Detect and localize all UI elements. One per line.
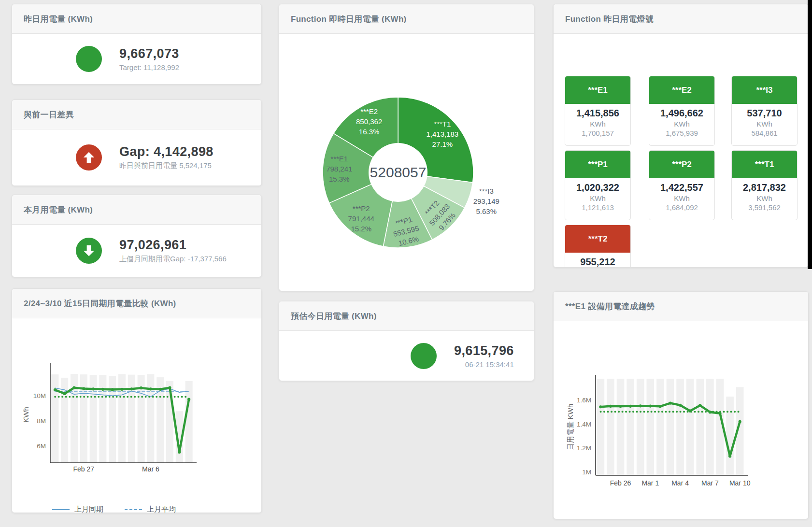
svg-text:16.3%: 16.3% <box>359 128 380 136</box>
card-title: Function 即時日用電量 (KWh) <box>291 14 407 25</box>
light-tile-p2: ***P2 1,422,557KWh1,684,092 <box>649 150 715 220</box>
tile-header: ***E2 <box>649 76 714 104</box>
svg-text:15.3%: 15.3% <box>329 175 350 183</box>
card-title: 本月用電量 (KWh) <box>24 204 93 215</box>
svg-text:5208057: 5208057 <box>370 164 427 180</box>
card-title: 昨日用電量 (KWh) <box>24 14 93 25</box>
stat-sub-label: 昨日與前日用電量 5,524,175 <box>119 161 214 171</box>
card-header: 昨日用電量 (KWh) <box>12 4 261 34</box>
status-circle-icon <box>411 343 437 369</box>
legend-item-this-month-avg[interactable]: 本月平均 <box>671 518 743 519</box>
arrow-down-icon <box>76 238 102 264</box>
svg-text:KWh: KWh <box>22 407 30 423</box>
legend-label: 本月近15日 <box>621 518 658 519</box>
stat-target-label: Target: 11,128,992 <box>119 63 179 71</box>
svg-text:Mar 4: Mar 4 <box>671 479 689 487</box>
tile-value: 1,415,856 <box>565 108 630 119</box>
light-tile-t2: ***T2 955,212KWh762,358 <box>565 225 631 268</box>
tile-target: 1,700,157 <box>565 129 630 137</box>
svg-text:1M: 1M <box>582 469 591 476</box>
tile-unit: KWh <box>649 120 714 128</box>
tile-unit: KWh <box>732 120 797 128</box>
svg-text:1.4M: 1.4M <box>577 421 591 428</box>
stat-sub-label: 上個月同期用電Gap: -17,377,566 <box>119 255 227 264</box>
tile-unit: KWh <box>565 194 630 202</box>
light-tile-e2: ***E2 1,496,662KWh1,675,939 <box>649 76 715 146</box>
svg-text:791,444: 791,444 <box>348 214 374 223</box>
svg-text:6M: 6M <box>37 442 46 450</box>
chart-legend: 本月近15日 本月平均 Target <box>598 517 801 519</box>
tile-target: 3,591,562 <box>732 203 797 212</box>
legend-item-last-month[interactable]: 上月同期 <box>52 505 125 513</box>
svg-text:日用電量 KWh: 日用電量 KWh <box>566 404 574 451</box>
stat-value: 97,026,961 <box>119 238 227 253</box>
card-title: ***E1 設備用電達成趨勢 <box>565 301 655 312</box>
svg-text:Feb 26: Feb 26 <box>610 479 631 487</box>
tile-value: 1,496,662 <box>649 108 714 119</box>
legend-label: 本月平均 <box>693 518 722 519</box>
card-month-usage: 本月用電量 (KWh) 97,026,961 上個月同期用電Gap: -17,3… <box>12 195 262 277</box>
e1-trend-line-chart: 1M1.2M1.4M1.6M日用電量 KWhFeb 26Mar 1Mar 4Ma… <box>554 322 808 491</box>
card-header: Function 即時日用電量 (KWh) <box>279 4 534 34</box>
svg-text:850,362: 850,362 <box>356 117 382 126</box>
tile-unit: KWh <box>732 194 797 202</box>
card-function-realtime-donut: Function 即時日用電量 (KWh) 5208057***T11,413,… <box>279 4 534 291</box>
legend-label: 上月平均 <box>147 505 176 513</box>
svg-text:***E2: ***E2 <box>360 107 378 115</box>
svg-text:10M: 10M <box>33 392 46 399</box>
light-tile-t1: ***T1 2,817,832KWh3,591,562 <box>731 150 798 220</box>
tile-header: ***I3 <box>732 76 797 104</box>
viewport-edge <box>808 0 812 269</box>
svg-text:***E1: ***E1 <box>330 155 348 163</box>
svg-text:798,241: 798,241 <box>326 165 352 173</box>
chart-legend: 上月同期 上月平均 本月近15日 本月平均 Target <box>52 504 255 513</box>
svg-text:Mar 6: Mar 6 <box>142 465 159 473</box>
stat-value: 9,615,796 <box>454 343 514 358</box>
legend-item-this-month[interactable]: 本月近15日 <box>598 518 671 519</box>
stat-timestamp: 06-21 15:34:41 <box>465 360 514 369</box>
card-header: 本月用電量 (KWh) <box>12 195 261 225</box>
svg-text:1.6M: 1.6M <box>577 397 591 404</box>
tile-target: 584,861 <box>732 129 797 137</box>
tile-target: 1,121,613 <box>565 203 630 212</box>
tile-value: 537,710 <box>732 108 797 119</box>
blue-line-swatch-icon <box>52 509 70 510</box>
tile-target: 1,675,939 <box>649 129 714 137</box>
svg-text:27.1%: 27.1% <box>432 140 453 148</box>
card-title: 2/24~3/10 近15日同期用電量比較 (KWh) <box>24 298 176 309</box>
tile-value: 1,020,322 <box>565 182 630 193</box>
card-15day-compare-chart: 2/24~3/10 近15日同期用電量比較 (KWh) 6M8M10MKWhFe… <box>12 288 262 513</box>
blue-dash-swatch-icon <box>125 509 142 510</box>
card-estimate-today: 預估今日用電量 (KWh) 9,615,796 06-21 15:34:41 <box>279 301 534 381</box>
function-usage-donut-chart: 5208057***T11,413,18327.1%***I3293,1495.… <box>279 34 534 291</box>
svg-text:8M: 8M <box>37 417 46 425</box>
tile-value: 2,817,832 <box>732 182 797 193</box>
status-circle-icon <box>76 46 102 72</box>
card-header: 預估今日用電量 (KWh) <box>279 301 534 331</box>
tile-unit: KWh <box>565 120 630 128</box>
card-title: Function 昨日用電燈號 <box>565 14 654 25</box>
light-tile-p1: ***P1 1,020,322KWh1,121,613 <box>565 150 631 220</box>
compare-line-chart: 6M8M10MKWhFeb 27Mar 6 <box>12 319 261 479</box>
stat-value: Gap: 4,142,898 <box>119 144 214 159</box>
svg-text:***P2: ***P2 <box>353 204 370 213</box>
card-e1-trend-chart: ***E1 設備用電達成趨勢 1M1.2M1.4M1.6M日用電量 KWhFeb… <box>553 291 809 519</box>
tile-unit: KWh <box>649 194 714 202</box>
light-tile-i3: ***I3 537,710KWh584,861 <box>731 76 798 146</box>
svg-text:Mar 1: Mar 1 <box>641 479 659 487</box>
svg-text:1,413,183: 1,413,183 <box>426 130 458 138</box>
card-header: Function 昨日用電燈號 <box>554 4 808 34</box>
svg-text:Mar 10: Mar 10 <box>729 479 751 487</box>
svg-text:293,149: 293,149 <box>473 197 499 205</box>
arrow-up-icon <box>76 144 102 171</box>
tile-header: ***P1 <box>565 151 630 178</box>
svg-text:Feb 27: Feb 27 <box>73 465 95 473</box>
stat-value: 9,667,073 <box>119 46 179 61</box>
card-yesterday-usage: 昨日用電量 (KWh) 9,667,073 Target: 11,128,992 <box>12 4 262 85</box>
tile-header: ***P2 <box>649 151 714 178</box>
legend-item-last-month-avg[interactable]: 上月平均 <box>125 505 197 513</box>
svg-text:Mar 7: Mar 7 <box>701 479 719 487</box>
tile-value: 1,422,557 <box>649 182 714 193</box>
card-header: 2/24~3/10 近15日同期用電量比較 (KWh) <box>12 289 261 318</box>
tile-header: ***T1 <box>732 151 797 178</box>
